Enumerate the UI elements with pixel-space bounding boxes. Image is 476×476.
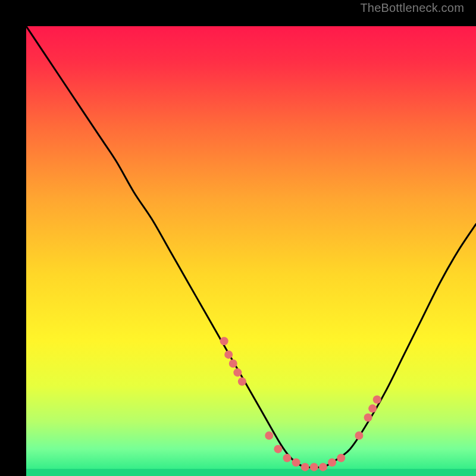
data-point bbox=[224, 350, 233, 359]
watermark-label: TheBottleneck.com bbox=[360, 1, 464, 15]
data-point bbox=[310, 463, 318, 471]
data-point bbox=[292, 458, 300, 466]
data-point bbox=[229, 359, 237, 368]
data-point bbox=[337, 454, 345, 462]
data-point bbox=[283, 454, 291, 462]
plot-area bbox=[26, 26, 476, 476]
chart-canvas bbox=[26, 26, 476, 476]
data-point bbox=[274, 445, 282, 453]
chart-frame bbox=[13, 13, 463, 463]
data-point bbox=[233, 368, 242, 377]
data-point bbox=[328, 458, 336, 466]
data-point bbox=[364, 414, 372, 422]
data-point bbox=[319, 463, 327, 471]
data-point bbox=[373, 395, 381, 403]
data-point bbox=[238, 377, 246, 386]
data-point bbox=[220, 337, 228, 345]
gradient-background bbox=[26, 26, 476, 476]
data-point bbox=[301, 463, 309, 471]
data-point bbox=[265, 431, 273, 440]
data-point bbox=[368, 405, 377, 413]
optimal-band bbox=[26, 469, 476, 476]
data-point bbox=[355, 431, 363, 440]
